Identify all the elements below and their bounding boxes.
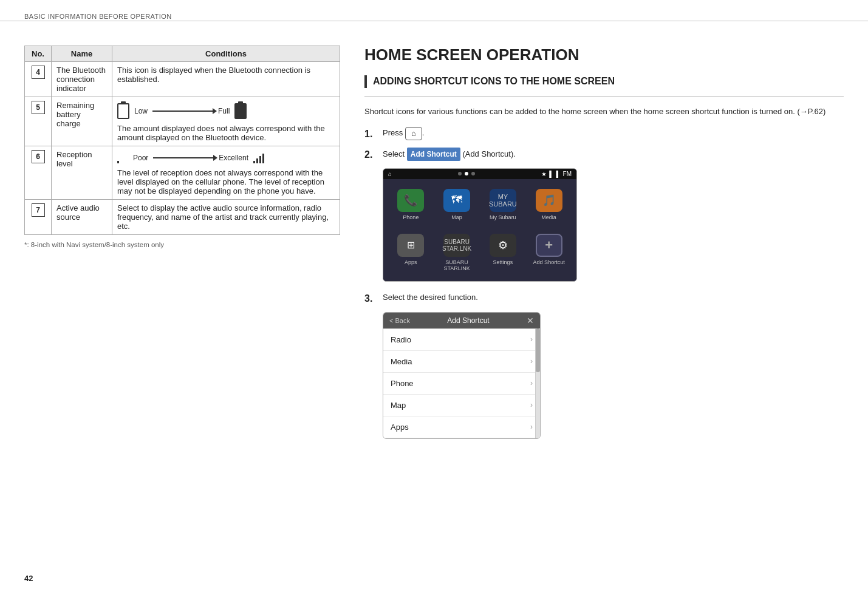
step-content-2: Select Add Shortcut (Add Shortcut). <box>383 148 844 162</box>
chevron-icon-radio: › <box>530 335 533 344</box>
step-2: 2. Select Add Shortcut (Add Shortcut). <box>364 148 844 162</box>
home-icon-settings[interactable]: ⚙ Settings <box>480 230 526 275</box>
step-num-3: 3. <box>364 291 378 306</box>
popup-item-label-media: Media <box>391 357 412 366</box>
battery-text: The amount displayed does not always cor… <box>117 124 325 142</box>
row-name: Remaining battery charge <box>52 97 112 146</box>
info-table: No. Name Conditions 4 The Bluetooth conn… <box>24 46 340 235</box>
step-text-1: Press <box>383 128 403 137</box>
popup-close-button[interactable]: ✕ <box>527 316 534 325</box>
page-title: HOME SCREEN OPERATION <box>364 46 844 64</box>
row-number: 7 <box>32 203 45 217</box>
popup-back-button[interactable]: < Back <box>389 317 410 324</box>
mysubaru-icon-box: MYSUBARU <box>490 189 516 212</box>
apps-icon-box: ⊞ <box>397 234 424 257</box>
step-content-1: Press ⌂. <box>383 127 844 141</box>
popup-item-map[interactable]: Map › <box>383 395 540 416</box>
starlink-icon-label: SUBARU STARLINK <box>437 259 477 271</box>
popup-item-label-phone: Phone <box>391 379 414 388</box>
battery-icon-full <box>234 103 247 119</box>
home-icon-apps[interactable]: ⊞ Apps <box>388 230 434 275</box>
popup-item-radio[interactable]: Radio › <box>383 329 540 351</box>
col-header-no: No. <box>25 46 52 62</box>
step-text-2: Select <box>383 149 405 158</box>
status-icons: ★ ▌ ▌ FM <box>541 171 572 177</box>
label-excellent: Excellent <box>219 154 248 162</box>
popup-item-label-map: Map <box>391 401 406 410</box>
label-poor: Poor <box>133 154 148 162</box>
scrollbar-thumb[interactable] <box>536 328 540 372</box>
signal-icon-poor <box>117 152 128 163</box>
add-shortcut-icon-box: + <box>536 234 562 257</box>
step-num-2: 2. <box>364 148 378 162</box>
status-bar: ⌂ ★ ▌ ▌ FM <box>383 169 576 179</box>
media-icon-label: Media <box>541 214 556 220</box>
row-conditions: Poor Excellent The level of reception do… <box>112 146 340 200</box>
step-content-3: Select the desired function. <box>383 291 844 306</box>
row-number: 6 <box>32 150 45 163</box>
home-screen-row1: 📞 Phone 🗺 Map MYSUBARU My Subaru 🎵 Media <box>383 179 576 230</box>
phone-icon-box: 📞 <box>397 189 424 212</box>
settings-icon-box: ⚙ <box>490 234 516 257</box>
add-shortcut-badge[interactable]: Add Shortcut <box>407 148 460 161</box>
chevron-icon-media: › <box>530 357 533 365</box>
home-icon-starlink[interactable]: SUBARUSTAR.LNK SUBARU STARLINK <box>434 230 480 275</box>
home-screen-row2: ⊞ Apps SUBARUSTAR.LNK SUBARU STARLINK ⚙ … <box>383 230 576 281</box>
popup-item-phone[interactable]: Phone › <box>383 373 540 395</box>
mysubaru-icon-label: My Subaru <box>490 214 516 220</box>
arrow-bar <box>153 157 214 158</box>
arrow-line <box>153 157 214 158</box>
section-label: BASIC INFORMATION BEFORE OPERATION <box>24 13 172 20</box>
step-3: 3. Select the desired function. <box>364 291 844 306</box>
page-number: 42 <box>24 574 33 583</box>
dot-3 <box>471 172 475 175</box>
home-icon-phone[interactable]: 📞 Phone <box>388 185 434 224</box>
page-footer: 42 <box>0 568 868 595</box>
table-row: 6 Reception level Poor Excellent <box>25 146 340 200</box>
chevron-icon-apps: › <box>530 423 533 431</box>
right-column: HOME SCREEN OPERATION ADDING SHORTCUT IC… <box>364 46 844 556</box>
battery-status-icon: ▌ <box>556 171 560 177</box>
section-heading-block: ADDING SHORTCUT ICONS TO THE HOME SCREEN <box>364 75 844 88</box>
add-shortcut-icon-label: Add Shortcut <box>533 259 565 265</box>
popup-title: Add Shortcut <box>447 316 489 325</box>
footnote: *: 8-inch with Navi system/8-inch system… <box>24 241 340 248</box>
popup-list-wrapper: Radio › Media › Phone › Map <box>383 328 540 438</box>
left-column: No. Name Conditions 4 The Bluetooth conn… <box>24 46 340 556</box>
table-row: 5 Remaining battery charge Low Full <box>25 97 340 146</box>
step-suffix-2: (Add Shortcut). <box>462 149 515 158</box>
section-heading: ADDING SHORTCUT ICONS TO THE HOME SCREEN <box>373 75 844 88</box>
home-icon-media[interactable]: 🎵 Media <box>526 185 572 224</box>
row-conditions: Select to display the active audio sourc… <box>112 200 340 235</box>
map-icon-label: Map <box>451 214 462 220</box>
step-1: 1. Press ⌂. <box>364 127 844 141</box>
popup-item-media[interactable]: Media › <box>383 351 540 373</box>
arrow-bar <box>152 110 213 112</box>
col-header-conditions: Conditions <box>112 46 340 62</box>
section-divider <box>364 97 844 97</box>
signal-icon: ▌ <box>549 171 553 177</box>
home-icon-add-shortcut[interactable]: + Add Shortcut <box>526 230 572 275</box>
dot-1 <box>458 172 462 175</box>
popup-item-label-radio: Radio <box>391 335 411 344</box>
settings-icon-label: Settings <box>493 259 513 265</box>
home-icon-map[interactable]: 🗺 Map <box>434 185 480 224</box>
starlink-icon-box: SUBARUSTAR.LNK <box>443 234 470 257</box>
home-screen-mockup: ⌂ ★ ▌ ▌ FM 📞 <box>383 168 577 282</box>
row-number: 4 <box>32 66 45 79</box>
home-button-icon: ⌂ <box>405 127 422 140</box>
popup-item-apps[interactable]: Apps › <box>383 416 540 438</box>
battery-icon-low <box>117 103 129 119</box>
row-name: Active audio source <box>52 200 112 235</box>
fm-label: FM <box>563 171 572 177</box>
chevron-icon-map: › <box>530 401 533 409</box>
home-icon-mysubaru[interactable]: MYSUBARU My Subaru <box>480 185 526 224</box>
step-num-1: 1. <box>364 127 378 141</box>
row-number: 5 <box>32 101 45 114</box>
chevron-icon-phone: › <box>530 379 533 387</box>
reception-text: The level of reception does not always c… <box>117 168 324 195</box>
step-list-2: 3. Select the desired function. <box>364 291 844 306</box>
battery-diagram: Low Full <box>117 103 335 119</box>
popup-item-label-apps: Apps <box>391 423 409 432</box>
row-name: The Bluetooth connection indicator <box>52 62 112 97</box>
